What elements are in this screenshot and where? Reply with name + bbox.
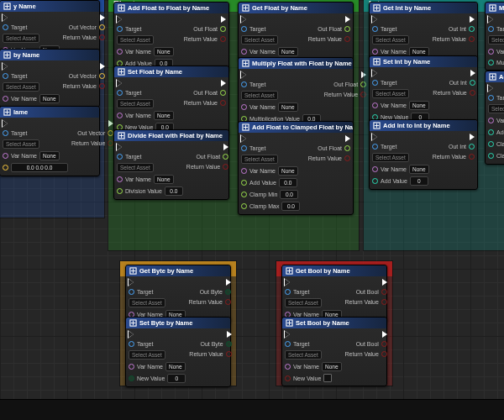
- pin-target[interactable]: Target: [117, 153, 183, 160]
- pin-var-name[interactable]: Var NameNone: [241, 47, 298, 56]
- exec-in-pin[interactable]: [241, 71, 321, 78]
- node-int-set[interactable]: Set Int by Name Target Select Asset Var …: [369, 55, 478, 126]
- pin-return[interactable]: Return Value: [308, 155, 350, 162]
- pin-return[interactable]: Return Value: [324, 91, 366, 98]
- pin-var-name[interactable]: Var NameNone: [117, 111, 174, 120]
- pin-var-name[interactable]: Var NameNone: [3, 151, 68, 160]
- pin-asset[interactable]: Select Asset: [117, 99, 174, 108]
- pin-clamp-min[interactable]: Clamp Min0.0: [241, 190, 300, 199]
- node-int-add[interactable]: Add Int to Int by Name Target Select Ass…: [369, 119, 478, 190]
- pin-out-int[interactable]: Out Int: [449, 25, 475, 33]
- pin-return[interactable]: Return Value: [186, 163, 228, 171]
- node-byte-set[interactable]: Set Byte by Name Target Select Asset Var…: [125, 317, 231, 387]
- pin-var-name[interactable]: Var NameNone: [129, 362, 186, 371]
- node-int-clamp[interactable]: Add Int to Clam Target Select Asset Var …: [485, 71, 504, 165]
- pin-target[interactable]: Target: [241, 144, 300, 152]
- pin-add-value[interactable]: Add Value0.0: [241, 178, 300, 187]
- pin-var-name[interactable]: Var NameNone: [3, 94, 60, 103]
- exec-in-pin[interactable]: [3, 120, 68, 127]
- exec-in-pin[interactable]: [372, 16, 429, 23]
- pin-asset[interactable]: Select Asset: [241, 91, 321, 100]
- pin-asset[interactable]: Select Asset: [129, 350, 186, 360]
- node-int-get[interactable]: Get Int by Name Target Select Asset Var …: [369, 2, 478, 60]
- pin-var-name[interactable]: Var NameNone: [241, 166, 300, 176]
- pin-return[interactable]: Return Value: [63, 82, 105, 90]
- node-float-add[interactable]: Add Float to Float by Name Target Select…: [113, 2, 229, 72]
- exec-in-pin[interactable]: [117, 144, 183, 150]
- pin-out-bool[interactable]: Out Bool: [356, 340, 387, 348]
- exec-in-pin[interactable]: [241, 135, 300, 142]
- node-float-multiply[interactable]: Multiply Float with Float by Name Target…: [238, 57, 354, 128]
- pin-clamp-min[interactable]: Clamp Min0: [488, 139, 504, 149]
- blueprint-canvas[interactable]: ame y Name Target Select Asset Var NameN…: [0, 0, 504, 420]
- exec-out-pin[interactable]: [221, 80, 226, 87]
- pin-add-value[interactable]: Add Value0: [372, 176, 429, 186]
- exec-out-pin[interactable]: [345, 135, 350, 142]
- pin-out-float[interactable]: Out Float: [318, 25, 350, 33]
- exec-in-pin[interactable]: [285, 279, 342, 286]
- pin-clamp-max[interactable]: Clamp Max0.0: [241, 202, 300, 211]
- pin-return[interactable]: Return Value: [184, 99, 226, 107]
- node-int-multiply[interactable]: Multiply Int with Target Select Asset Va…: [485, 2, 504, 71]
- pin-asset[interactable]: Select Asset: [372, 89, 429, 98]
- pin-var-name[interactable]: Var NameNone: [372, 165, 429, 174]
- node-bool-set[interactable]: Set Bool by Name Target Select Asset Var…: [281, 317, 387, 386]
- pin-asset[interactable]: Select Asset: [285, 350, 342, 360]
- node-byte-get[interactable]: Get Byte by Name Target Select Asset Var…: [125, 265, 231, 323]
- pin-target[interactable]: Target: [488, 25, 504, 33]
- pin-out-float[interactable]: Out Float: [318, 144, 350, 152]
- comment-byte[interactable]: Byte Get Byte by Name Target Select Asse…: [119, 260, 237, 386]
- pin-return[interactable]: Return Value: [345, 350, 387, 358]
- exec-out-pin[interactable]: [221, 16, 226, 23]
- pin-vec-val[interactable]: 0.0 0.0 0.0: [3, 163, 68, 172]
- exec-out-pin[interactable]: [100, 63, 105, 70]
- pin-asset[interactable]: Select Asset: [129, 298, 186, 307]
- exec-out-pin[interactable]: [227, 331, 232, 338]
- pin-new-value[interactable]: New Value: [285, 374, 342, 382]
- exec-out-pin[interactable]: [100, 14, 105, 21]
- node-float-clamp[interactable]: Add Float to Clamped Float by Name Targe…: [238, 121, 354, 215]
- exec-in-pin[interactable]: [372, 134, 429, 140]
- exec-out-pin[interactable]: [470, 16, 475, 23]
- pin-out-int[interactable]: Out Int: [449, 79, 475, 87]
- pin-return[interactable]: Return Value: [345, 298, 387, 306]
- pin-return[interactable]: Return Value: [189, 350, 231, 358]
- pin-asset[interactable]: Select Asset: [117, 163, 183, 172]
- pin-target[interactable]: Target: [129, 340, 186, 348]
- comment-vector[interactable]: ame y Name Target Select Asset Var NameN…: [0, 0, 105, 218]
- node-bool-get[interactable]: Get Bool by Name Target Select Asset Var…: [281, 265, 387, 323]
- comment-float[interactable]: Float Add Float to Float by Name Target …: [108, 0, 360, 251]
- pin-mult-value[interactable]: Multiplication Value: [488, 59, 504, 66]
- exec-in-pin[interactable]: [488, 85, 504, 92]
- pin-asset[interactable]: Select Asset: [3, 82, 60, 92]
- pin-return[interactable]: Return Value: [433, 89, 475, 97]
- pin-div-value[interactable]: Division Value0.0: [117, 186, 183, 196]
- exec-in-pin[interactable]: [488, 16, 504, 23]
- pin-out-vector[interactable]: Out Vector: [69, 72, 105, 80]
- pin-target[interactable]: Target: [3, 72, 60, 80]
- pin-out-byte[interactable]: Out Byte: [200, 340, 231, 348]
- pin-var-name[interactable]: Var NameNone: [285, 362, 342, 371]
- pin-target[interactable]: Target: [372, 143, 429, 150]
- pin-target[interactable]: Target: [3, 129, 68, 137]
- exec-out-pin[interactable]: [382, 279, 387, 286]
- exec-in-pin[interactable]: [117, 16, 174, 23]
- pin-asset[interactable]: Select Asset: [117, 35, 174, 45]
- pin-out-float[interactable]: Out Float: [193, 89, 226, 97]
- pin-return[interactable]: Return Value: [63, 34, 105, 41]
- pin-asset[interactable]: Select Asset: [488, 35, 504, 45]
- pin-out-float[interactable]: Out Float: [193, 25, 226, 33]
- pin-out-float[interactable]: Out Float: [196, 153, 228, 160]
- pin-var-name[interactable]: Var NameNone: [241, 102, 321, 112]
- pin-asset[interactable]: Select Asset: [285, 298, 342, 307]
- pin-target[interactable]: Target: [241, 81, 321, 88]
- exec-out-pin[interactable]: [223, 144, 228, 150]
- pin-clamp-max[interactable]: Clamp Max0: [488, 151, 504, 160]
- pin-target[interactable]: Target: [372, 25, 429, 33]
- pin-var-name[interactable]: Var NameNone: [372, 101, 429, 110]
- pin-asset[interactable]: Select Asset: [488, 104, 504, 113]
- pin-return[interactable]: Return Value: [433, 35, 475, 43]
- exec-out-pin[interactable]: [345, 16, 350, 23]
- exec-in-pin[interactable]: [129, 331, 186, 338]
- pin-var-name[interactable]: Var NameNone: [117, 175, 183, 184]
